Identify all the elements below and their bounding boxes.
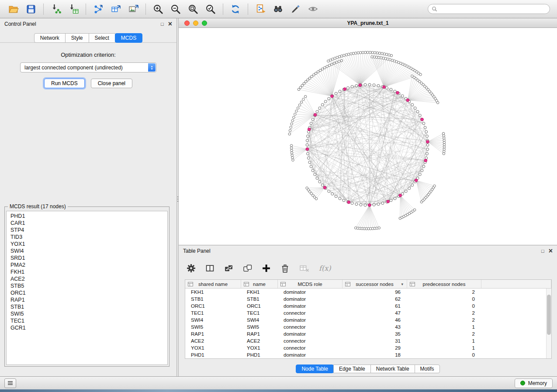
network-canvas[interactable] bbox=[179, 28, 557, 245]
network-graph[interactable] bbox=[179, 28, 557, 245]
network-node[interactable] bbox=[375, 56, 378, 58]
network-node[interactable] bbox=[355, 84, 358, 87]
tab-select[interactable]: Select bbox=[89, 33, 115, 43]
import-table-button[interactable] bbox=[65, 2, 82, 16]
panel-menu-button[interactable] bbox=[4, 378, 16, 388]
network-node[interactable] bbox=[371, 55, 374, 58]
network-node[interactable] bbox=[311, 169, 314, 172]
mcds-result-item[interactable]: STP4 bbox=[7, 227, 167, 234]
network-node[interactable] bbox=[298, 88, 300, 91]
mcds-result-item[interactable]: GCR1 bbox=[7, 324, 167, 331]
mcds-dominator-node[interactable] bbox=[308, 128, 311, 131]
table-row[interactable]: FKH1FKH1dominator962 bbox=[185, 289, 546, 296]
network-node[interactable] bbox=[315, 72, 317, 75]
network-node[interactable] bbox=[385, 53, 388, 56]
network-node[interactable] bbox=[390, 54, 393, 57]
mcds-dominator-node[interactable] bbox=[343, 88, 346, 91]
close-table-panel-icon[interactable]: × bbox=[549, 248, 553, 254]
network-node[interactable] bbox=[313, 74, 315, 76]
mcds-dominator-node[interactable] bbox=[347, 201, 350, 204]
network-node[interactable] bbox=[319, 69, 322, 72]
network-node[interactable] bbox=[426, 144, 429, 146]
network-node[interactable] bbox=[390, 199, 392, 202]
mcds-result-item[interactable]: PMA2 bbox=[7, 261, 167, 268]
add-column-icon[interactable] bbox=[262, 264, 271, 273]
network-node[interactable] bbox=[377, 203, 380, 206]
network-node[interactable] bbox=[339, 90, 341, 93]
network-node[interactable] bbox=[390, 88, 392, 91]
network-window-titlebar[interactable]: YPA_prune.txt_1 bbox=[179, 18, 557, 28]
network-node[interactable] bbox=[350, 53, 353, 55]
export-table-button[interactable] bbox=[107, 2, 124, 16]
network-node[interactable] bbox=[306, 135, 309, 138]
maximize-window-icon[interactable] bbox=[202, 21, 207, 26]
run-mcds-button[interactable]: Run MCDS bbox=[44, 79, 85, 88]
network-node[interactable] bbox=[318, 107, 321, 110]
network-node[interactable] bbox=[316, 177, 318, 179]
tab-motifs[interactable]: Motifs bbox=[415, 364, 440, 373]
network-node[interactable] bbox=[346, 86, 349, 89]
network-node[interactable] bbox=[291, 123, 293, 125]
mcds-dominator-node[interactable] bbox=[323, 186, 326, 189]
network-node[interactable] bbox=[413, 209, 416, 211]
network-node[interactable] bbox=[310, 165, 312, 168]
mcds-result-item[interactable]: YOX1 bbox=[7, 241, 167, 248]
network-node[interactable] bbox=[364, 204, 367, 206]
network-node[interactable] bbox=[304, 95, 307, 98]
network-node[interactable] bbox=[411, 103, 414, 106]
network-node[interactable] bbox=[306, 139, 308, 142]
tab-edge-table[interactable]: Edge Table bbox=[333, 364, 371, 373]
network-node[interactable] bbox=[318, 180, 321, 183]
mcds-result-item[interactable]: TEC1 bbox=[7, 317, 167, 324]
deselect-all-icon[interactable] bbox=[243, 264, 252, 273]
mcds-result-item[interactable]: STB5 bbox=[7, 282, 167, 289]
network-node[interactable] bbox=[359, 52, 362, 54]
mcds-result-item[interactable]: RAP1 bbox=[7, 296, 167, 303]
network-node[interactable] bbox=[308, 161, 311, 164]
column-header-predecessor-nodes[interactable]: predecessor nodes bbox=[407, 280, 481, 288]
refresh-button[interactable] bbox=[227, 2, 244, 16]
network-node[interactable] bbox=[351, 202, 353, 205]
network-node[interactable] bbox=[321, 103, 324, 106]
search-input[interactable] bbox=[440, 6, 546, 12]
network-node[interactable] bbox=[401, 95, 404, 97]
network-node[interactable] bbox=[360, 203, 362, 206]
network-node[interactable] bbox=[316, 110, 318, 113]
network-node[interactable] bbox=[339, 197, 341, 200]
tab-style[interactable]: Style bbox=[65, 33, 89, 43]
network-node[interactable] bbox=[426, 148, 429, 151]
show-hide-button[interactable] bbox=[304, 2, 321, 16]
network-node[interactable] bbox=[373, 203, 375, 206]
mcds-result-item[interactable]: CAR1 bbox=[7, 220, 167, 227]
mcds-dominator-node[interactable] bbox=[424, 159, 427, 162]
network-node[interactable] bbox=[377, 84, 380, 87]
network-node[interactable] bbox=[351, 85, 353, 88]
network-node[interactable] bbox=[421, 169, 423, 172]
network-node[interactable] bbox=[433, 185, 436, 187]
network-node[interactable] bbox=[310, 122, 312, 125]
network-node[interactable] bbox=[294, 113, 297, 116]
network-node[interactable] bbox=[321, 68, 324, 70]
column-header-name[interactable]: name bbox=[241, 280, 278, 288]
column-header-mcds-role[interactable]: MCDS role bbox=[278, 280, 343, 288]
network-node[interactable] bbox=[347, 53, 350, 56]
network-node[interactable] bbox=[426, 135, 429, 138]
network-node[interactable] bbox=[321, 184, 324, 186]
close-panel-icon[interactable]: × bbox=[168, 21, 172, 28]
mcds-result-list[interactable]: PHD1CAR1STP4TID3YOX1SWI4SRD1PMA2FKH1ACE2… bbox=[6, 211, 168, 365]
close-window-icon[interactable] bbox=[184, 21, 190, 26]
network-node[interactable] bbox=[394, 90, 396, 93]
network-node[interactable] bbox=[297, 107, 299, 110]
mcds-dominator-node[interactable] bbox=[421, 118, 424, 121]
network-node[interactable] bbox=[364, 51, 367, 54]
network-node[interactable] bbox=[291, 120, 294, 122]
network-node[interactable] bbox=[422, 122, 425, 125]
table-row[interactable]: ACE2ACE2connector311 bbox=[185, 337, 546, 344]
network-node[interactable] bbox=[306, 152, 309, 155]
table-row[interactable]: PHD1PHD1dominator180 bbox=[185, 351, 546, 358]
network-node[interactable] bbox=[378, 52, 381, 55]
float-panel-icon[interactable]: □ bbox=[161, 22, 164, 27]
network-node[interactable] bbox=[355, 203, 358, 206]
network-node[interactable] bbox=[345, 54, 348, 56]
network-node[interactable] bbox=[357, 52, 360, 54]
